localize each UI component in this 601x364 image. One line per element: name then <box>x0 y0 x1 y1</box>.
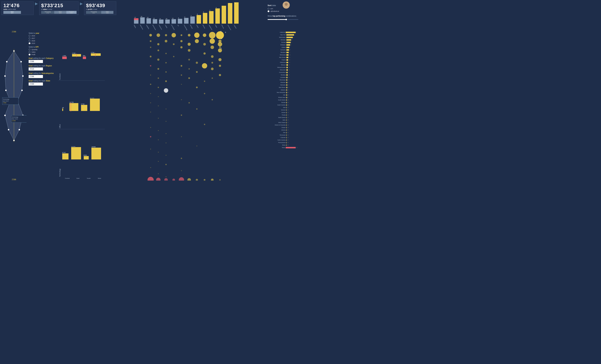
year-2016[interactable]: 2016 <box>29 35 56 37</box>
kpi-radio-group[interactable]: Quantity Sales Profit <box>29 49 56 55</box>
states-list: California1New York2Washington3Michigan4… <box>267 31 299 149</box>
svg-text:Technology: Technology <box>3 99 9 100</box>
list-item: Maryland9 <box>267 51 299 53</box>
r-2018[interactable] <box>29 40 30 42</box>
r-sales[interactable] <box>29 51 30 53</box>
state-rank: 41 <box>287 132 290 133</box>
goal-region-input[interactable] <box>29 68 43 71</box>
controls-panel: Select a year 2016 2017 2018 2019 Select… <box>27 31 58 181</box>
office-chart: Office 85 11'750 5'780 22'121 <box>58 81 105 129</box>
list-item: Indiana7 <box>267 46 299 49</box>
state-rank: 8 <box>290 49 293 51</box>
svg-point-190 <box>166 142 167 143</box>
svg-rect-100 <box>84 156 89 160</box>
furniture-bars: -1'281 2'180 -584 2'704 <box>61 32 105 81</box>
r-profit[interactable] <box>29 54 30 55</box>
sort-kpi-option[interactable]: KPI <box>268 8 298 10</box>
goal-state-input[interactable] <box>29 82 43 86</box>
year-label: Select a year <box>29 32 56 34</box>
svg-point-132 <box>157 50 159 51</box>
svg-point-110 <box>194 33 200 38</box>
r-2016[interactable] <box>29 35 30 37</box>
state-rank: 11 <box>289 57 292 58</box>
kpi-sales[interactable]: Sales <box>29 51 56 53</box>
goal-category-input[interactable] <box>29 60 43 63</box>
state-bar <box>286 32 295 33</box>
svg-point-192 <box>150 149 151 150</box>
svg-point-156 <box>150 75 151 76</box>
svg-point-204 <box>164 178 168 181</box>
svg-point-125 <box>188 43 191 46</box>
svg-text:Appliances: Appliances <box>208 24 213 30</box>
state-rank: 10 <box>289 54 292 55</box>
year-2017[interactable]: 2017 <box>29 37 56 39</box>
sort-controls: Sort data KPI alphabetical Show top perf… <box>267 1 299 30</box>
kpi-quantity[interactable]: Quantity <box>29 49 56 51</box>
r-2019[interactable] <box>29 42 30 44</box>
state-bar <box>286 97 287 98</box>
r-quantity[interactable] <box>29 49 30 51</box>
state-name-label: Rhode Island <box>267 97 286 98</box>
state-bar <box>286 122 287 123</box>
year-2019[interactable]: 2019 <box>29 42 56 44</box>
svg-text:10: 10 <box>172 18 173 19</box>
state-name-label: Connecticut <box>267 72 286 73</box>
sort-kpi-radio[interactable] <box>268 8 269 10</box>
svg-point-202 <box>148 177 154 181</box>
svg-point-55 <box>20 61 22 62</box>
svg-rect-98 <box>71 147 81 160</box>
svg-text:3'653: 3'653 <box>83 154 87 156</box>
sort-alpha-radio[interactable] <box>268 10 269 12</box>
svg-text:2: 2 <box>229 3 230 4</box>
list-item: Oklahoma13 <box>267 61 299 63</box>
slider-thumb[interactable] <box>285 19 287 20</box>
list-item: Pennsylvania45 <box>267 141 299 144</box>
state-name-label: New Jersey <box>267 57 286 58</box>
svg-point-62 <box>8 129 9 131</box>
svg-text:1: 1 <box>221 38 222 40</box>
state-bar <box>286 34 294 36</box>
list-item: Nevada29 <box>267 101 299 104</box>
svg-text:14: 14 <box>147 17 149 18</box>
polygon-bottom-label: 2'398 <box>12 179 16 181</box>
year-radio-group[interactable]: 2016 2017 2018 2019 <box>29 35 56 44</box>
svg-point-161 <box>212 78 213 79</box>
list-item: District of Columbia38 <box>267 124 299 126</box>
top-chart-area: 1 2 17 15 14 12 11 10 10 9 8 7 6 5 4 <box>106 1 266 30</box>
label-south: South <box>83 178 94 179</box>
state-rank: 16 <box>289 69 291 71</box>
list-item: Arizona40 <box>267 129 299 131</box>
state-name-label: District of Columbia <box>267 124 286 126</box>
state-name-label: Colorado <box>267 137 286 138</box>
state-name-label: Kansas <box>267 112 286 113</box>
sort-alphabetical-option[interactable]: alphabetical <box>268 10 298 12</box>
list-item: Minnesota10 <box>267 54 299 56</box>
svg-text:Tables: Tables <box>133 24 136 28</box>
slider-track[interactable] <box>268 19 298 20</box>
svg-point-208 <box>196 179 198 181</box>
state-bar <box>286 117 287 118</box>
svg-text:22'121: 22'121 <box>90 98 94 99</box>
state-bar <box>286 92 287 93</box>
kpi-profit[interactable]: Profit <box>29 54 56 55</box>
goal-subcategory-input[interactable] <box>29 75 43 78</box>
state-bar <box>286 124 287 126</box>
sort-radio-group[interactable]: KPI alphabetical <box>268 8 298 12</box>
state-rank: 27 <box>288 97 291 98</box>
svg-text:1: 1 <box>235 3 236 4</box>
svg-point-176 <box>158 105 159 106</box>
state-rank: 3 <box>293 37 296 38</box>
state-bar <box>286 47 290 48</box>
state-bar <box>286 89 287 91</box>
state-name-label: North Dakota <box>267 117 286 118</box>
svg-point-143 <box>218 58 221 61</box>
year-2018[interactable]: 2018 <box>29 40 56 42</box>
state-name-label: Iowa <box>267 107 286 108</box>
furniture-chart: Furniture -1'281 2'180 - <box>58 32 105 81</box>
state-bar <box>286 127 287 128</box>
state-name-label: Massachusetts <box>267 67 286 68</box>
r-2017[interactable] <box>29 37 30 39</box>
state-bar <box>286 134 287 136</box>
state-rank: 5 <box>291 42 294 43</box>
svg-text:Machines: Machines <box>140 24 143 30</box>
